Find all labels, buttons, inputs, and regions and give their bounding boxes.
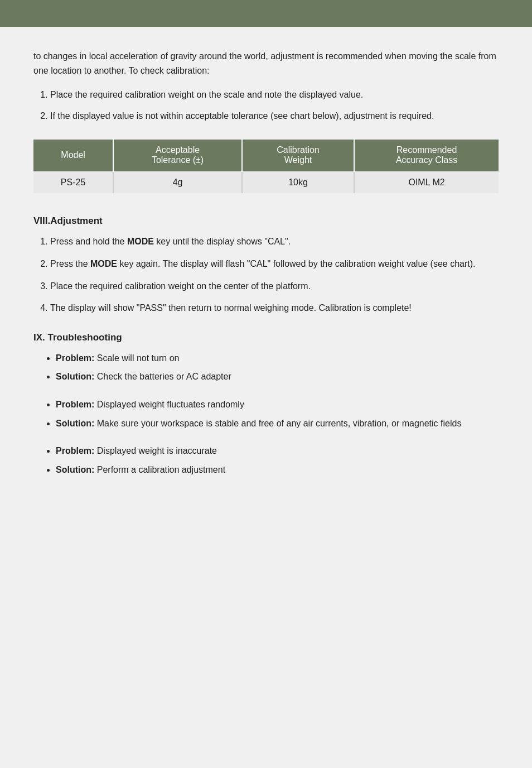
check-calibration-list: Place the required calibration weight on… bbox=[50, 88, 499, 123]
intro-paragraph: to changes in local acceleration of grav… bbox=[33, 49, 499, 78]
table-header-weight: CalibrationWeight bbox=[242, 140, 354, 171]
trouble-problem-3: Problem: Displayed weight is inaccurate bbox=[56, 444, 499, 458]
adjustment-list: Press and hold the MODE key until the di… bbox=[50, 234, 499, 315]
adjustment-heading: VIII.Adjustment bbox=[33, 215, 499, 227]
trouble-list-3: Problem: Displayed weight is inaccurate … bbox=[56, 444, 499, 477]
table-header-tolerance: AcceptableTolerance (±) bbox=[113, 140, 242, 171]
adjustment-step-3: Place the required calibration weight on… bbox=[50, 279, 499, 294]
table-cell-weight: 10kg bbox=[242, 171, 354, 193]
trouble-solution-3: Solution: Perform a calibration adjustme… bbox=[56, 463, 499, 477]
troubleshooting-heading: IX. Troubleshooting bbox=[33, 332, 499, 343]
table-header-model: Model bbox=[33, 140, 113, 171]
calibration-table: Model AcceptableTolerance (±) Calibratio… bbox=[33, 140, 499, 193]
table-cell-accuracy: OIML M2 bbox=[354, 171, 499, 193]
table-cell-model: PS-25 bbox=[33, 171, 113, 193]
adjustment-step-4: The display will show "PASS" then return… bbox=[50, 301, 499, 315]
trouble-problem-1: Problem: Scale will not turn on bbox=[56, 351, 499, 366]
adjustment-step-2: Press the MODE key again. The display wi… bbox=[50, 257, 499, 271]
check-step-1: Place the required calibration weight on… bbox=[50, 88, 499, 102]
trouble-group-2: Problem: Displayed weight fluctuates ran… bbox=[33, 397, 499, 430]
trouble-solution-2: Solution: Make sure your workspace is st… bbox=[56, 416, 499, 431]
top-bar bbox=[0, 0, 532, 27]
trouble-solution-1: Solution: Check the batteries or AC adap… bbox=[56, 369, 499, 384]
trouble-list-1: Problem: Scale will not turn on Solution… bbox=[56, 351, 499, 384]
adjustment-step-1: Press and hold the MODE key until the di… bbox=[50, 234, 499, 249]
main-content: to changes in local acceleration of grav… bbox=[0, 27, 532, 524]
troubleshooting-section: IX. Troubleshooting Problem: Scale will … bbox=[33, 332, 499, 477]
trouble-list-2: Problem: Displayed weight fluctuates ran… bbox=[56, 397, 499, 430]
table-header-accuracy: RecommendedAccuracy Class bbox=[354, 140, 499, 171]
table-header-row: Model AcceptableTolerance (±) Calibratio… bbox=[33, 140, 499, 171]
trouble-group-3: Problem: Displayed weight is inaccurate … bbox=[33, 444, 499, 477]
trouble-group-1: Problem: Scale will not turn on Solution… bbox=[33, 351, 499, 384]
table-row: PS-25 4g 10kg OIML M2 bbox=[33, 171, 499, 193]
table-cell-tolerance: 4g bbox=[113, 171, 242, 193]
trouble-problem-2: Problem: Displayed weight fluctuates ran… bbox=[56, 397, 499, 412]
check-step-2: If the displayed value is not within acc… bbox=[50, 109, 499, 123]
adjustment-section: VIII.Adjustment Press and hold the MODE … bbox=[33, 215, 499, 315]
